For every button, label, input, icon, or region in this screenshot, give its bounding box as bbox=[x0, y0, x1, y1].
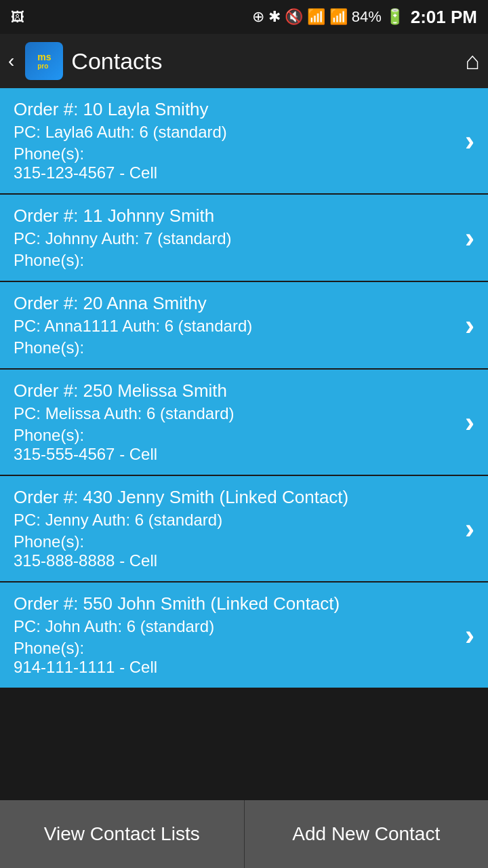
status-bar: 🖼 ⊕ ✱ 🔇 📶 📶 84% 🔋 2:01 PM bbox=[0, 0, 488, 34]
chevron-right-icon: › bbox=[465, 513, 474, 545]
chevron-right-icon: › bbox=[465, 619, 474, 652]
contact-order-name: Order #: 550 John Smith (Linked Contact) bbox=[14, 593, 457, 614]
app-logo: ms pro bbox=[25, 42, 63, 80]
add-new-contact-button[interactable]: Add New Contact bbox=[245, 800, 489, 868]
status-icons: ⊕ ✱ 🔇 📶 📶 84% 🔋 2:01 PM bbox=[252, 7, 477, 28]
chevron-right-icon: › bbox=[465, 309, 474, 342]
header-left: ‹ ms pro Contacts bbox=[8, 42, 163, 80]
contact-phones-label: Phone(s): bbox=[14, 251, 457, 270]
status-left: 🖼 bbox=[11, 9, 24, 25]
contact-order-name: Order #: 250 Melissa Smith bbox=[14, 380, 457, 401]
navigation-icon: ⊕ bbox=[252, 8, 264, 26]
contact-phones-label: Phone(s): bbox=[14, 639, 457, 658]
contact-pc-auth: PC: Anna1111 Auth: 6 (standard) bbox=[14, 317, 457, 336]
contact-phones-label: Phone(s): bbox=[14, 532, 457, 551]
contact-item[interactable]: Order #: 11 Johnny SmithPC: Johnny Auth:… bbox=[0, 195, 488, 282]
contact-order-name: Order #: 11 Johnny Smith bbox=[14, 205, 457, 226]
contact-pc-auth: PC: Johnny Auth: 7 (standard) bbox=[14, 229, 457, 248]
time-text: 2:01 PM bbox=[411, 7, 477, 28]
contact-item[interactable]: Order #: 10 Layla SmithyPC: Layla6 Auth:… bbox=[0, 88, 488, 195]
contact-info: Order #: 11 Johnny SmithPC: Johnny Auth:… bbox=[14, 205, 457, 270]
app-header: ‹ ms pro Contacts ⌂ bbox=[0, 34, 488, 88]
contact-phone: 315-123-4567 - Cell bbox=[14, 163, 457, 182]
chevron-right-icon: › bbox=[465, 406, 474, 439]
contact-phones-label: Phone(s): bbox=[14, 338, 457, 357]
contact-info: Order #: 550 John Smith (Linked Contact)… bbox=[14, 593, 457, 677]
bottom-bar: View Contact Lists Add New Contact bbox=[0, 800, 488, 868]
home-icon[interactable]: ⌂ bbox=[465, 47, 480, 75]
contact-item[interactable]: Order #: 430 Jenny Smith (Linked Contact… bbox=[0, 476, 488, 583]
contact-pc-auth: PC: John Auth: 6 (standard) bbox=[14, 617, 457, 636]
contact-pc-auth: PC: Jenny Auth: 6 (standard) bbox=[14, 511, 457, 530]
page-title: Contacts bbox=[71, 48, 162, 75]
contact-order-name: Order #: 10 Layla Smithy bbox=[14, 99, 457, 120]
wifi-icon: 📶 bbox=[307, 8, 325, 26]
bluetooth-icon: ✱ bbox=[268, 8, 281, 26]
battery-icon: 🔋 bbox=[386, 8, 404, 26]
contact-phones-label: Phone(s): bbox=[14, 426, 457, 445]
contact-info: Order #: 430 Jenny Smith (Linked Contact… bbox=[14, 487, 457, 570]
photo-icon: 🖼 bbox=[11, 9, 24, 25]
contact-item[interactable]: Order #: 20 Anna SmithyPC: Anna1111 Auth… bbox=[0, 282, 488, 370]
signal-icon: 📶 bbox=[329, 8, 348, 26]
contact-info: Order #: 20 Anna SmithyPC: Anna1111 Auth… bbox=[14, 293, 457, 357]
chevron-right-icon: › bbox=[465, 125, 474, 157]
contact-pc-auth: PC: Melissa Auth: 6 (standard) bbox=[14, 404, 457, 423]
contact-item[interactable]: Order #: 550 John Smith (Linked Contact)… bbox=[0, 583, 488, 689]
battery-text: 84% bbox=[352, 8, 382, 26]
contact-order-name: Order #: 430 Jenny Smith (Linked Contact… bbox=[14, 487, 457, 508]
contact-phone: 315-555-4567 - Cell bbox=[14, 445, 457, 464]
contact-info: Order #: 10 Layla SmithyPC: Layla6 Auth:… bbox=[14, 99, 457, 182]
mute-icon: 🔇 bbox=[285, 8, 303, 26]
contact-list: Order #: 10 Layla SmithyPC: Layla6 Auth:… bbox=[0, 88, 488, 689]
contact-phones-label: Phone(s): bbox=[14, 144, 457, 163]
contact-pc-auth: PC: Layla6 Auth: 6 (standard) bbox=[14, 123, 457, 142]
chevron-right-icon: › bbox=[465, 222, 474, 254]
contact-order-name: Order #: 20 Anna Smithy bbox=[14, 293, 457, 314]
back-icon[interactable]: ‹ bbox=[8, 50, 14, 72]
contact-info: Order #: 250 Melissa SmithPC: Melissa Au… bbox=[14, 380, 457, 464]
view-contact-lists-button[interactable]: View Contact Lists bbox=[0, 800, 245, 868]
contact-item[interactable]: Order #: 250 Melissa SmithPC: Melissa Au… bbox=[0, 370, 488, 476]
contact-phone: 315-888-8888 - Cell bbox=[14, 551, 457, 570]
contact-phone: 914-111-1111 - Cell bbox=[14, 658, 457, 677]
